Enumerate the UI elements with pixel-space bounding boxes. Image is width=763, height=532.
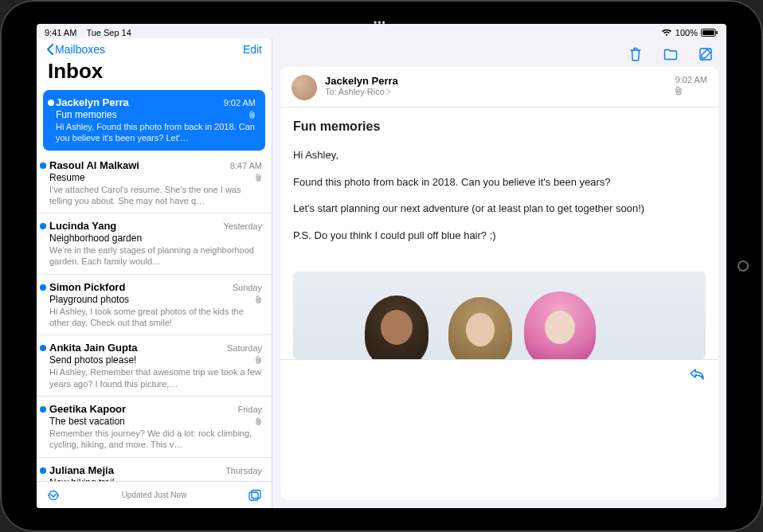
detail-timestamp: 9:02 AM <box>675 75 707 84</box>
multitask-dots-icon[interactable]: ••• <box>374 24 386 29</box>
unread-dot-icon <box>40 345 46 351</box>
mailbox-footer-toolbar: Updated Just Now <box>37 481 272 508</box>
filter-icon[interactable] <box>46 490 61 501</box>
message-time: Yesterday <box>223 221 262 231</box>
unread-dot-icon <box>40 223 46 229</box>
attachment-clip-icon <box>256 174 262 182</box>
detail-recipient-row[interactable]: To: Ashley Rico <box>325 87 667 96</box>
wifi-icon <box>661 29 672 37</box>
body-paragraph: Let's start planning our next adventure … <box>293 201 706 217</box>
message-sender: Geetika Kapoor <box>49 403 126 415</box>
message-sender: Jackelyn Perra <box>56 96 129 108</box>
to-label: To: <box>325 87 337 96</box>
svg-point-3 <box>49 491 58 499</box>
edit-button[interactable]: Edit <box>243 43 262 56</box>
detail-sender-name[interactable]: Jackelyn Perra <box>325 75 667 87</box>
message-list-item[interactable]: Jackelyn Perra9:02 AMFun memoriesHi Ashl… <box>43 90 265 151</box>
message-body: Fun memories Hi Ashley,Found this photo … <box>280 108 718 264</box>
status-date: Tue Sep 14 <box>86 28 131 37</box>
message-subject: Resume <box>49 172 85 183</box>
attachment-clip-icon <box>256 295 262 303</box>
message-time: 8:47 AM <box>230 161 262 170</box>
mail-detail-pane: ••• Jackelyn Perra <box>272 38 726 508</box>
message-sender: Simon Pickford <box>49 281 125 293</box>
message-subject: New hiking trail <box>49 477 114 481</box>
message-time: Sunday <box>233 283 262 292</box>
svg-rect-2 <box>717 31 718 34</box>
attachment-clip-icon <box>249 111 256 119</box>
message-subject: Playground photos <box>49 294 129 305</box>
new-window-icon[interactable] <box>248 489 262 502</box>
message-subject: Send photos please! <box>49 354 136 366</box>
mailbox-sidebar: Mailboxes Edit Inbox Jackelyn Perra9:02 … <box>37 38 272 508</box>
unread-dot-icon <box>40 162 46 169</box>
message-list-item[interactable]: Geetika KapoorFridayThe best vacationRem… <box>37 397 272 458</box>
message-list-item[interactable]: Simon PickfordSundayPlayground photosHi … <box>37 275 272 336</box>
sender-avatar[interactable] <box>292 75 317 100</box>
unread-dot-icon <box>48 100 54 106</box>
message-subject: Fun memories <box>56 109 117 120</box>
message-subject: Neighborhood garden <box>49 233 142 244</box>
message-preview: We're in the early stages of planning a … <box>49 244 262 268</box>
sync-status: Updated Just Now <box>61 491 248 499</box>
compose-icon[interactable] <box>698 46 714 62</box>
trash-icon[interactable] <box>628 46 644 62</box>
message-preview: Hi Ashley, Found this photo from back in… <box>56 121 256 144</box>
unread-dot-icon <box>40 406 46 413</box>
message-list-item[interactable]: Lucinda YangYesterdayNeighborhood garden… <box>37 213 272 275</box>
message-sender: Ankita Jain Gupta <box>49 342 138 354</box>
image-attachment[interactable] <box>293 272 706 359</box>
message-time: Friday <box>237 405 262 414</box>
svg-rect-7 <box>252 490 260 498</box>
status-time-date: 9:41 AM Tue Sep 14 <box>45 28 131 37</box>
message-sender: Rasoul Al Malkawi <box>49 159 139 171</box>
attachment-clip-icon <box>256 356 262 364</box>
message-list[interactable]: Jackelyn Perra9:02 AMFun memoriesHi Ashl… <box>37 88 272 481</box>
attachment-clip-icon <box>675 86 707 96</box>
message-time: 9:02 AM <box>224 98 256 108</box>
folder-icon[interactable] <box>663 46 679 62</box>
recipient-name: Ashley Rico <box>338 87 385 96</box>
chevron-right-icon <box>386 88 391 95</box>
message-time: Saturday <box>227 343 262 353</box>
message-list-item[interactable]: Juliana MejiaThursdayNew hiking trail <box>37 458 272 481</box>
body-paragraph: P.S. Do you think I could pull off blue … <box>293 228 706 244</box>
attachment-clip-icon <box>256 417 262 425</box>
home-button[interactable] <box>738 260 749 272</box>
detail-subject: Fun memories <box>293 117 706 136</box>
body-paragraph: Found this photo from back in 2018. Can … <box>293 174 706 190</box>
svg-rect-6 <box>249 492 258 500</box>
detail-footer-toolbar <box>280 359 718 386</box>
mailbox-title: Inbox <box>46 59 262 84</box>
message-preview: Remember this journey? We did a lot: roc… <box>49 428 262 451</box>
unread-dot-icon <box>40 467 46 474</box>
svg-rect-1 <box>702 30 714 35</box>
chevron-left-icon <box>46 44 53 55</box>
battery-icon <box>701 29 718 37</box>
message-preview: Hi Ashley, I took some great photos of t… <box>49 306 262 329</box>
message-time: Thursday <box>225 466 262 475</box>
body-paragraph: Hi Ashley, <box>293 147 706 163</box>
back-to-mailboxes-button[interactable]: Mailboxes <box>46 43 105 56</box>
message-sender: Juliana Mejia <box>49 464 114 476</box>
message-header: Jackelyn Perra To: Ashley Rico 9:02 AM <box>280 67 718 108</box>
message-sender: Lucinda Yang <box>49 220 116 232</box>
back-label: Mailboxes <box>55 43 105 56</box>
message-preview: I've attached Carol's resume. She's the … <box>49 184 262 207</box>
battery-percent: 100% <box>675 28 698 37</box>
reply-icon[interactable] <box>688 366 706 381</box>
status-time: 9:41 AM <box>45 28 76 37</box>
unread-dot-icon <box>40 284 46 291</box>
message-subject: The best vacation <box>49 416 125 427</box>
message-list-item[interactable]: Ankita Jain GuptaSaturdaySend photos ple… <box>37 335 272 397</box>
message-list-item[interactable]: Rasoul Al Malkawi8:47 AMResumeI've attac… <box>37 153 272 214</box>
detail-toolbar: ••• <box>272 38 726 67</box>
message-preview: Hi Ashley, Remember that awesome trip we… <box>49 366 262 389</box>
